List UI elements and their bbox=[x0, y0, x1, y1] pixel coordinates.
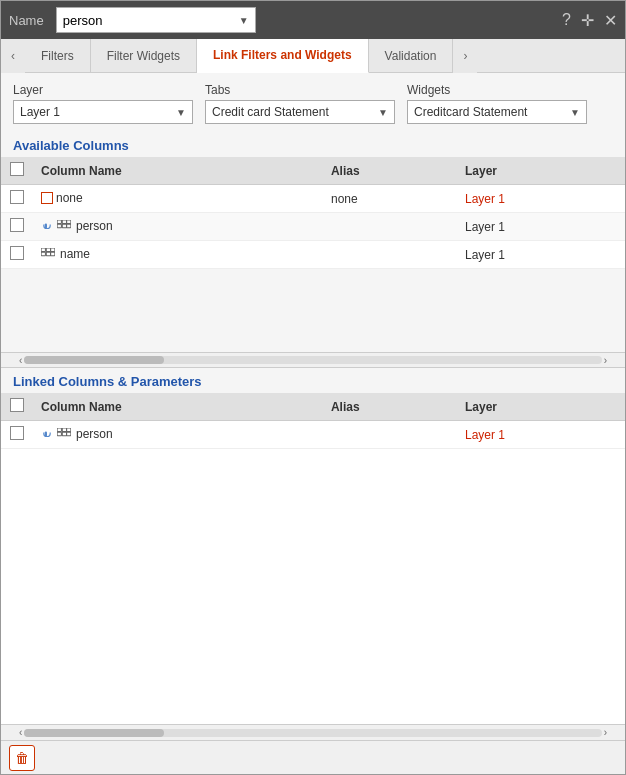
row-checkbox[interactable] bbox=[10, 190, 24, 204]
col-layer-none: Layer 1 bbox=[465, 192, 505, 206]
available-col-name-header: Column Name bbox=[33, 157, 323, 185]
linked-scrollbar[interactable]: ‹ › bbox=[1, 724, 625, 740]
table-row: person Layer 1 bbox=[1, 213, 625, 241]
row-layer-cell: Layer 1 bbox=[457, 213, 625, 241]
available-col-layer-header: Layer bbox=[457, 157, 625, 185]
linked-columns-header: Linked Columns & Parameters bbox=[1, 368, 625, 393]
svg-rect-8 bbox=[51, 248, 55, 251]
scroll-right-button-bottom[interactable]: › bbox=[604, 727, 607, 738]
box-icon bbox=[41, 192, 53, 204]
linked-col-check-header bbox=[1, 393, 33, 421]
delete-button[interactable]: 🗑 bbox=[9, 745, 35, 771]
linked-header-checkbox[interactable] bbox=[10, 398, 24, 412]
link-icon bbox=[41, 428, 53, 440]
layer-dropdown-value: Layer 1 bbox=[20, 105, 172, 119]
name-label: Name bbox=[9, 13, 44, 28]
svg-rect-14 bbox=[67, 428, 71, 431]
filter-row: Layer Layer 1 ▼ Tabs Credit card Stateme… bbox=[1, 73, 625, 132]
col-layer-name: Layer 1 bbox=[465, 248, 505, 262]
available-table-container: Column Name Alias Layer bbox=[1, 157, 625, 269]
scroll-right-button[interactable]: › bbox=[604, 355, 607, 366]
widgets-dropdown-value: Creditcard Statement bbox=[414, 105, 566, 119]
close-icon[interactable]: ✕ bbox=[604, 11, 617, 30]
row-checkbox-cell bbox=[1, 241, 33, 269]
linked-table-header-row: Column Name Alias Layer bbox=[1, 393, 625, 421]
table-row: name Layer 1 bbox=[1, 241, 625, 269]
layer-dropdown[interactable]: Layer 1 ▼ bbox=[13, 100, 193, 124]
row-checkbox-cell bbox=[1, 421, 33, 449]
scroll-left-button-bottom[interactable]: ‹ bbox=[19, 727, 22, 738]
name-dropdown-arrow[interactable]: ▼ bbox=[239, 15, 249, 26]
move-icon[interactable]: ✛ bbox=[581, 11, 594, 30]
row-checkbox-cell bbox=[1, 213, 33, 241]
widgets-dropdown[interactable]: Creditcard Statement ▼ bbox=[407, 100, 587, 124]
scroll-track-mid bbox=[24, 356, 601, 364]
col-alias-none: none bbox=[331, 192, 358, 206]
trash-icon: 🗑 bbox=[15, 750, 29, 766]
help-icon[interactable]: ? bbox=[562, 11, 571, 30]
scroll-thumb-bottom bbox=[24, 729, 164, 737]
col-name-linked-person: person bbox=[76, 427, 113, 441]
svg-rect-4 bbox=[62, 224, 66, 227]
linked-table-container: Column Name Alias Layer bbox=[1, 393, 625, 724]
grid-icon bbox=[41, 248, 55, 260]
content-area: Layer Layer 1 ▼ Tabs Credit card Stateme… bbox=[1, 73, 625, 774]
name-input-wrap[interactable]: ▼ bbox=[56, 7, 256, 33]
title-bar-icons: ? ✛ ✕ bbox=[562, 11, 617, 30]
row-layer-cell: Layer 1 bbox=[457, 185, 625, 213]
row-layer-cell: Layer 1 bbox=[457, 421, 625, 449]
svg-rect-15 bbox=[57, 432, 61, 435]
row-name-cell: none bbox=[33, 185, 323, 213]
row-alias-cell bbox=[323, 241, 457, 269]
svg-rect-6 bbox=[41, 248, 45, 251]
tab-filter-widgets[interactable]: Filter Widgets bbox=[91, 39, 197, 73]
scroll-left-button[interactable]: ‹ bbox=[19, 355, 22, 366]
tab-link-filters[interactable]: Link Filters and Widgets bbox=[197, 39, 369, 73]
name-input[interactable] bbox=[63, 13, 223, 28]
scroll-track-bottom bbox=[24, 729, 601, 737]
col-name-name: name bbox=[60, 247, 90, 261]
layer-dropdown-arrow: ▼ bbox=[176, 107, 186, 118]
row-checkbox[interactable] bbox=[10, 218, 24, 232]
svg-rect-9 bbox=[41, 252, 45, 255]
layer-label: Layer bbox=[13, 83, 193, 97]
linked-columns-table: Column Name Alias Layer bbox=[1, 393, 625, 449]
row-checkbox[interactable] bbox=[10, 246, 24, 260]
main-window: Name ▼ ? ✛ ✕ ‹ Filters Filter Widgets Li… bbox=[0, 0, 626, 775]
row-name-cell: person bbox=[33, 421, 323, 449]
svg-rect-16 bbox=[62, 432, 66, 435]
row-checkbox[interactable] bbox=[10, 426, 24, 440]
available-columns-table: Column Name Alias Layer bbox=[1, 157, 625, 269]
linked-col-alias-header: Alias bbox=[323, 393, 457, 421]
tab-validation[interactable]: Validation bbox=[369, 39, 454, 73]
linked-col-layer-header: Layer bbox=[457, 393, 625, 421]
linked-col-name-header: Column Name bbox=[33, 393, 323, 421]
row-alias-cell bbox=[323, 213, 457, 241]
col-name-none: none bbox=[56, 191, 83, 205]
tabs-dropdown[interactable]: Credit card Statement ▼ bbox=[205, 100, 395, 124]
tab-filters[interactable]: Filters bbox=[25, 39, 91, 73]
svg-rect-17 bbox=[67, 432, 71, 435]
available-col-check-header bbox=[1, 157, 33, 185]
grid-icon bbox=[57, 220, 71, 232]
svg-rect-0 bbox=[57, 220, 61, 223]
available-scrollbar[interactable]: ‹ › bbox=[1, 352, 625, 368]
tab-prev-button[interactable]: ‹ bbox=[1, 39, 25, 73]
tabs-dropdown-value: Credit card Statement bbox=[212, 105, 374, 119]
available-header-checkbox[interactable] bbox=[10, 162, 24, 176]
row-layer-cell: Layer 1 bbox=[457, 241, 625, 269]
svg-rect-10 bbox=[46, 252, 50, 255]
svg-rect-5 bbox=[67, 224, 71, 227]
col-name-person: person bbox=[76, 219, 113, 233]
title-bar: Name ▼ ? ✛ ✕ bbox=[1, 1, 625, 39]
tab-next-button[interactable]: › bbox=[453, 39, 477, 73]
svg-rect-2 bbox=[67, 220, 71, 223]
svg-rect-11 bbox=[51, 252, 55, 255]
layer-filter-group: Layer Layer 1 ▼ bbox=[13, 83, 193, 124]
svg-rect-12 bbox=[57, 428, 61, 431]
tabs-label: Tabs bbox=[205, 83, 395, 97]
table-row: person Layer 1 bbox=[1, 421, 625, 449]
tabs-dropdown-arrow: ▼ bbox=[378, 107, 388, 118]
available-col-alias-header: Alias bbox=[323, 157, 457, 185]
col-icon-linked-person: person bbox=[41, 427, 113, 441]
